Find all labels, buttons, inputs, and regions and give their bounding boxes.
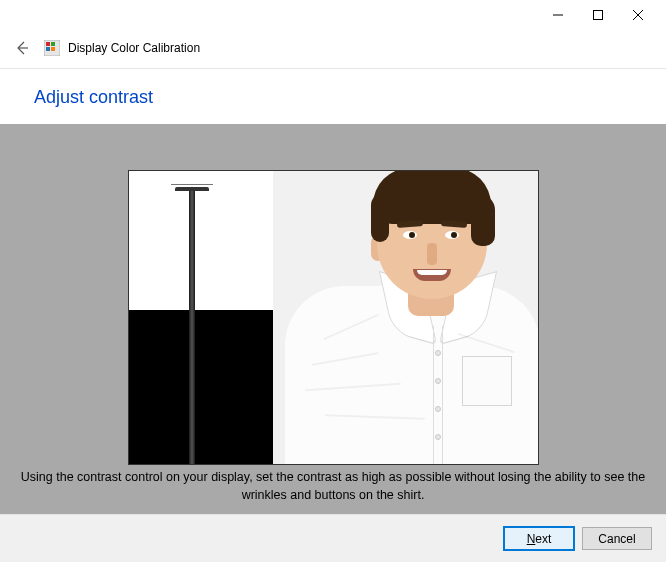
window-title: Display Color Calibration (68, 41, 200, 55)
button-bar: Next Cancel (0, 514, 666, 562)
contrast-sample-image (128, 170, 539, 465)
svg-rect-1 (594, 11, 603, 20)
app-icon (44, 40, 60, 56)
svg-rect-8 (46, 47, 50, 51)
cancel-button[interactable]: Cancel (582, 527, 652, 550)
page-heading: Adjust contrast (0, 69, 666, 124)
back-button[interactable] (10, 36, 34, 60)
svg-rect-7 (51, 42, 55, 46)
svg-rect-6 (46, 42, 50, 46)
content-area: Using the contrast control on your displ… (0, 124, 666, 514)
minimize-button[interactable] (538, 1, 578, 29)
maximize-button[interactable] (578, 1, 618, 29)
header: Display Color Calibration (0, 30, 666, 69)
svg-rect-9 (51, 47, 55, 51)
close-button[interactable] (618, 1, 658, 29)
next-button[interactable]: Next (504, 527, 574, 550)
instruction-text: Using the contrast control on your displ… (0, 468, 666, 504)
title-bar (0, 0, 666, 30)
